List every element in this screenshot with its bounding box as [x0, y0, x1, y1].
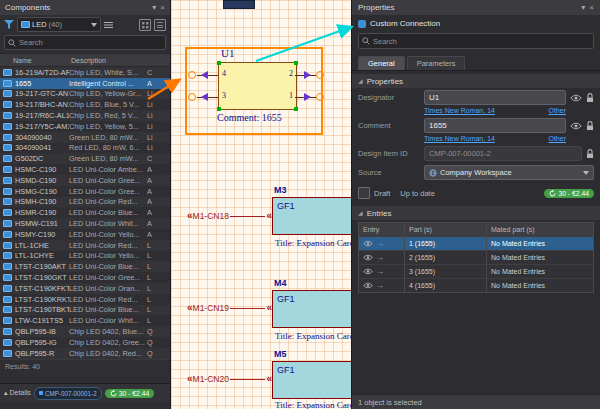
component-icon	[3, 231, 12, 238]
entries-table: Entry Part (s) Mated part (s) → 1 (1655)…	[358, 222, 594, 293]
close-icon[interactable]: ×	[589, 4, 594, 12]
component-row[interactable]: QBLP595-IG Chip LED 0402, Gree... Q	[0, 337, 170, 348]
component-row[interactable]: 19-217/BHC-AN1P... Chip LED, Blue, 5 V..…	[0, 99, 170, 110]
designator-other-link[interactable]: Other	[548, 107, 566, 114]
component-row[interactable]: HSMY-C190 LED Uni-Color Yello... A	[0, 229, 170, 240]
component-row[interactable]: HSMD-C190 LED Uni-Color Gree... A	[0, 175, 170, 186]
component-row[interactable]: LTW-C191TS5 LED Uni-Color Whit... L	[0, 315, 170, 326]
entry-row[interactable]: → 1 (1655) No Mated Entries	[359, 236, 593, 250]
lock-icon[interactable]	[586, 93, 594, 103]
supply-price-badge[interactable]: 30 - €2.44	[544, 189, 594, 198]
properties-panel-header: Properties ▾ ×	[352, 0, 600, 15]
component-manufacturer: Li	[147, 89, 170, 98]
category-dropdown[interactable]: LED (40)	[17, 17, 101, 32]
refresh-icon	[110, 390, 117, 397]
comment-input[interactable]: 1655	[424, 118, 566, 133]
components-toolbar: LED (40)	[0, 15, 170, 34]
visibility-eye-icon[interactable]	[363, 240, 373, 247]
port-m1-cn18[interactable]: « M1-CN18 «	[187, 211, 272, 221]
component-icon	[3, 80, 12, 87]
supply-price-badge[interactable]: 30 - €2.44	[105, 389, 155, 398]
component-manufacturer: L	[147, 295, 170, 304]
component-description: Chip LED, Yellow-Gr...	[69, 89, 147, 98]
column-description[interactable]: Description	[71, 57, 149, 64]
component-row[interactable]: LTST-C190TBKT LED Uni-Color Blue... L	[0, 305, 170, 316]
comment-other-link[interactable]: Other	[548, 135, 566, 142]
properties-search-input[interactable]: Search	[358, 33, 594, 49]
component-manufacturer: L	[147, 262, 170, 271]
column-mated-parts[interactable]: Mated part (s)	[487, 223, 593, 236]
list-view-icon[interactable]	[154, 19, 166, 31]
block-title: Title: Expansion Card 3	[275, 400, 361, 409]
component-row[interactable]: LTST-C190AKT LED Uni-Color Blue... L	[0, 261, 170, 272]
visibility-eye-icon[interactable]	[363, 254, 373, 261]
draft-checkbox[interactable]	[358, 187, 370, 199]
lock-icon[interactable]	[586, 121, 594, 131]
component-row[interactable]: LTL-1CHE LED Uni-Color Red... L	[0, 240, 170, 251]
source-dropdown[interactable]: Company Workspace	[424, 165, 594, 180]
visibility-eye-icon[interactable]	[570, 94, 582, 102]
comment-font-link[interactable]: Times New Roman, 14	[424, 135, 495, 142]
pin-icon[interactable]: ▾	[152, 4, 156, 12]
selection-handle	[294, 61, 298, 65]
component-row[interactable]: LTST-C190KFKT LED Uni-Color Oran... L	[0, 283, 170, 294]
column-entry[interactable]: Entry	[359, 223, 405, 236]
pin-icon[interactable]: ▾	[581, 4, 585, 12]
visibility-eye-icon[interactable]	[363, 282, 373, 289]
component-row[interactable]: 1655 Intelligent Control ... A	[0, 78, 170, 89]
component-row[interactable]: 19-217/R6C-AL1M... Chip LED, Red, 5 V...…	[0, 110, 170, 121]
component-row[interactable]: LTL-1CHYE LED Uni-Color Yello... L	[0, 251, 170, 262]
column-parts[interactable]: Part (s)	[405, 223, 487, 236]
tab-parameters[interactable]: Parameters	[407, 56, 466, 70]
component-row[interactable]: HSMR-C190 LED Uni-Color Blue... A	[0, 207, 170, 218]
component-row[interactable]: HSMH-C190 LED Uni-Color Red... A	[0, 197, 170, 208]
visibility-eye-icon[interactable]	[363, 268, 373, 275]
component-row[interactable]: QBLP595-R Chip LED 0402, Red... Q	[0, 348, 170, 359]
component-row[interactable]: 19-217/Y5C-AM1N... Chip LED, Yellow, 5..…	[0, 121, 170, 132]
component-row[interactable]: G502DC Green LED, 80 mW... C	[0, 153, 170, 164]
entry-row[interactable]: → 4 (1655) No Mated Entries	[359, 278, 593, 292]
designator-input[interactable]: U1	[424, 90, 566, 105]
designator-row: Designator U1	[352, 88, 600, 107]
details-toggle[interactable]: ▴ Details	[4, 389, 31, 397]
close-icon[interactable]: ×	[160, 4, 165, 12]
component-row[interactable]: 19-217-GTC-AN1P... Chip LED, Yellow-Gr..…	[0, 89, 170, 100]
component-row[interactable]: HSMW-C191 LED Uni-Color Whit... A	[0, 218, 170, 229]
visibility-eye-icon[interactable]	[570, 122, 582, 130]
block-label: GF1	[277, 365, 295, 375]
section-entries[interactable]: ◢ Entries	[352, 206, 600, 220]
menu-icon[interactable]	[104, 21, 113, 29]
component-manufacturer: Li	[147, 122, 170, 131]
component-row[interactable]: HSMC-C190 LED Uni-Color Ambe... A	[0, 164, 170, 175]
port-m1-cn20[interactable]: « M1-CN20 «	[187, 374, 272, 384]
grid-view-icon[interactable]	[139, 19, 151, 31]
pin-terminal-icon	[316, 93, 324, 101]
designator-font-link[interactable]: Times New Roman, 14	[424, 107, 495, 114]
object-type-row: Custom Connection	[352, 15, 600, 32]
components-search-input[interactable]: Search	[4, 35, 166, 50]
filter-funnel-icon[interactable]	[4, 20, 14, 29]
entry-row[interactable]: → 3 (1655) No Mated Entries	[359, 264, 593, 278]
component-row[interactable]: HSMG-C190 LED Uni-Color Gree... A	[0, 186, 170, 197]
component-icon	[3, 350, 12, 357]
entry-row[interactable]: → 2 (1655) No Mated Entries	[359, 250, 593, 264]
component-icon	[3, 220, 12, 227]
component-description: LED Uni-Color Oran...	[69, 284, 147, 293]
block-designator: M5	[274, 349, 287, 359]
component-row[interactable]: 304090040 Green LED, 80 mW... Li	[0, 132, 170, 143]
component-row[interactable]: LTST-C190KRKT LED Uni-Color Red... L	[0, 294, 170, 305]
section-properties[interactable]: ◢ Properties	[352, 74, 600, 88]
item-id-badge[interactable]: CMP-007-00001-2	[34, 387, 102, 400]
component-row[interactable]: QBLP595-IB Chip LED 0402, Blue... Q	[0, 326, 170, 337]
component-row[interactable]: LTST-C190GKT LED Uni-Color Gree... L	[0, 272, 170, 283]
component-row[interactable]: 304090041 Red LED, 80 mW, 6... Li	[0, 143, 170, 154]
lock-icon[interactable]	[586, 149, 594, 159]
component-u1[interactable]: 4 3 2 1	[218, 62, 297, 110]
tab-general[interactable]: General	[358, 56, 405, 70]
component-icon	[3, 177, 12, 184]
component-description: Chip LED 0402, Red...	[69, 349, 147, 358]
column-name[interactable]: Name	[0, 57, 71, 64]
component-row[interactable]: 16-219A/T2D-AR2... Chip LED, White, S...…	[0, 67, 170, 78]
port-m1-cn19[interactable]: « M1-CN19 «	[187, 303, 272, 313]
component-icon	[3, 263, 12, 270]
